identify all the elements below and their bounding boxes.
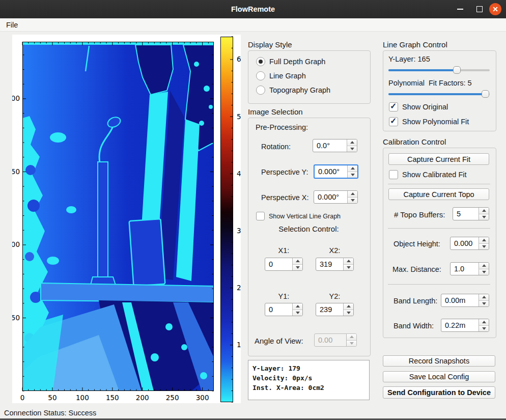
readout-velocity: Velocity: 0px/s — [252, 373, 369, 383]
y2-value: 239 — [316, 303, 343, 316]
spin-up-icon[interactable] — [293, 303, 302, 310]
maximize-button[interactable] — [472, 0, 487, 18]
spin-up-icon[interactable] — [344, 258, 353, 265]
radio-full-depth-graph[interactable]: Full Depth Graph — [256, 57, 325, 66]
spin-down-icon[interactable] — [348, 198, 357, 204]
status-bar: Connection Status: Success — [0, 407, 506, 418]
spin-up-icon[interactable] — [293, 258, 302, 265]
svg-text:200: 200 — [12, 94, 20, 102]
capture-current-fit-button[interactable]: Capture Current Fit — [388, 153, 489, 165]
connection-status: Connection Status: Success — [0, 409, 96, 417]
capture-current-topo-button[interactable]: Capture Current Topo — [388, 188, 489, 200]
close-icon: ✕ — [489, 3, 501, 15]
menu-file[interactable]: File — [0, 21, 24, 29]
spin-down-icon[interactable] — [293, 265, 302, 271]
angle-of-view-value: 0.00 — [315, 334, 346, 346]
title-bar[interactable]: FlowRemote ✕ — [0, 0, 506, 18]
spin-up-icon[interactable] — [479, 294, 489, 301]
show-original-checkbox[interactable]: Show Original — [389, 102, 448, 111]
band-width-spinbox[interactable]: 0.22m — [441, 319, 489, 332]
x1-spinbox[interactable]: 0 — [265, 258, 303, 271]
perspective-y-spinbox[interactable]: 0.000° — [314, 164, 358, 179]
checkbox-icon — [389, 117, 398, 126]
spin-up-icon[interactable] — [344, 303, 353, 310]
spin-up-icon[interactable] — [479, 237, 489, 244]
spin-down-icon[interactable] — [293, 310, 302, 316]
max-distance-spinbox[interactable]: 1.0 — [450, 262, 489, 275]
perspective-x-value: 0.000° — [314, 191, 347, 203]
spin-down-icon[interactable] — [348, 172, 357, 178]
flowremote-window: { "window": {"title": "FlowRemote"}, "me… — [0, 0, 506, 420]
poly-fit-slider[interactable] — [388, 90, 490, 98]
spin-down-icon[interactable] — [479, 214, 489, 220]
colorbar — [221, 37, 233, 402]
svg-text:50: 50 — [12, 314, 20, 322]
slider-handle[interactable] — [482, 90, 489, 98]
minimize-button[interactable] — [453, 0, 467, 18]
svg-text:2: 2 — [237, 284, 241, 292]
close-button[interactable]: ✕ — [488, 0, 503, 18]
band-length-value: 0.00m — [441, 294, 479, 306]
spin-down-icon[interactable] — [344, 265, 353, 271]
send-configuration-button[interactable]: Send Configuration to Device — [383, 386, 495, 399]
rotation-value: 0.0° — [313, 139, 347, 152]
depth-image-plot: 05010015020025030050100150200123456 — [12, 35, 241, 403]
y2-spinbox[interactable]: 239 — [316, 303, 354, 316]
spin-down-icon[interactable] — [479, 301, 489, 307]
depth-plot-canvas[interactable]: 05010015020025030050100150200123456 — [12, 35, 241, 403]
y-layer-slider-label: Y-Layer: 165 — [388, 55, 430, 63]
spin-down-icon[interactable] — [347, 146, 357, 152]
save-local-config-button[interactable]: Save Local Config — [383, 371, 495, 382]
band-length-spinbox[interactable]: 0.00m — [441, 294, 489, 307]
measurement-readout: Y-Layer: 179 Velocity: 0px/s Inst. X-Are… — [248, 360, 370, 400]
topo-buffers-value: 5 — [453, 208, 479, 220]
radio-topography-graph[interactable]: Topography Graph — [256, 86, 330, 95]
checkbox-icon — [389, 102, 398, 111]
y-layer-slider[interactable] — [388, 66, 490, 74]
spin-down-icon[interactable] — [479, 269, 489, 275]
svg-text:5: 5 — [237, 113, 241, 121]
spin-up-icon[interactable] — [348, 191, 357, 198]
spin-down-icon[interactable] — [479, 326, 489, 332]
svg-text:50: 50 — [48, 394, 57, 402]
y1-spinbox[interactable]: 0 — [265, 303, 303, 316]
spin-up-icon — [347, 334, 356, 341]
show-polynomial-fit-checkbox[interactable]: Show Polynomial Fit — [389, 117, 469, 126]
separator — [388, 228, 490, 229]
radio-label: Line Graph — [269, 72, 306, 80]
max-distance-label: Max. Distance: — [392, 265, 441, 273]
readout-x-area: Inst. X-Area: 0cm2 — [252, 383, 369, 393]
band-length-label: Band Length: — [393, 297, 437, 305]
line-graph-control-title: Line Graph Control — [383, 40, 447, 49]
readout-y-layer: Y-Layer: 179 — [252, 363, 369, 373]
image-selection-title: Image Selection — [248, 107, 303, 116]
preprocessing-label: Pre-Processing: — [256, 123, 308, 131]
show-vertical-line-graph-checkbox[interactable]: Show Vertical Line Graph — [256, 212, 341, 220]
menu-bar: File — [0, 18, 506, 32]
spin-up-icon[interactable] — [348, 165, 357, 172]
perspective-x-spinbox[interactable]: 0.000° — [314, 190, 358, 204]
x2-spinbox[interactable]: 319 — [316, 258, 354, 271]
svg-text:6: 6 — [237, 55, 241, 63]
svg-text:200: 200 — [136, 394, 149, 402]
svg-text:4: 4 — [237, 170, 241, 178]
spin-down-icon[interactable] — [479, 244, 489, 250]
rotation-spinbox[interactable]: 0.0° — [313, 139, 357, 152]
record-snapshots-button[interactable]: Record Snapshots — [383, 355, 495, 367]
spin-up-icon[interactable] — [479, 319, 489, 326]
checkbox-icon — [256, 212, 265, 220]
slider-handle[interactable] — [453, 66, 461, 74]
show-calibrated-fit-checkbox[interactable]: Show Calibrated Fit — [389, 170, 467, 179]
spin-up-icon[interactable] — [347, 139, 357, 146]
y1-value: 0 — [265, 303, 292, 316]
topo-buffers-spinbox[interactable]: 5 — [453, 207, 489, 220]
object-height-spinbox[interactable]: 0.000 — [450, 237, 489, 250]
radio-line-graph[interactable]: Line Graph — [256, 71, 306, 80]
checkbox-icon — [389, 170, 398, 179]
radio-label: Topography Graph — [269, 86, 330, 94]
perspective-y-value: 0.000° — [315, 165, 347, 178]
object-height-value: 0.000 — [451, 237, 479, 249]
spin-up-icon[interactable] — [479, 263, 489, 269]
spin-down-icon[interactable] — [344, 310, 353, 316]
spin-up-icon[interactable] — [479, 208, 489, 214]
